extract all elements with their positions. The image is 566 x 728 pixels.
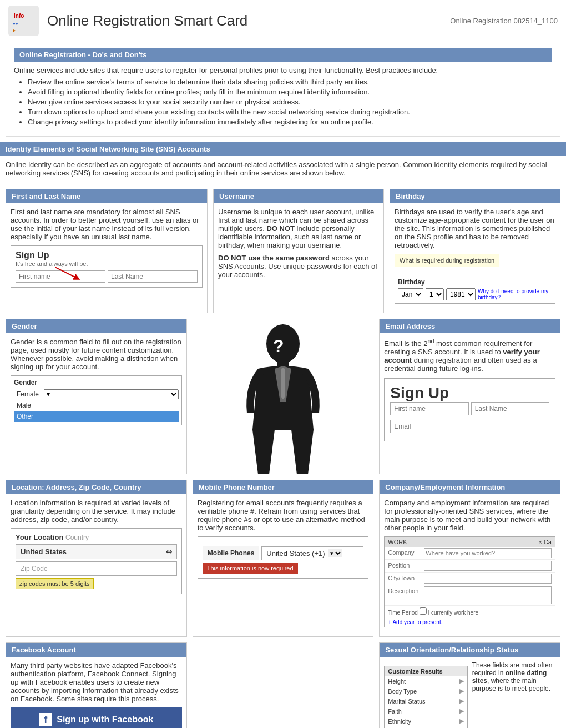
gender-select[interactable]: ▾ (44, 389, 179, 399)
height-arrow[interactable]: ▶ (459, 677, 464, 685)
email-name-fields (390, 402, 549, 418)
signup-box-small: Sign Up It's free and always will be. (11, 245, 203, 288)
city-input[interactable] (424, 574, 552, 584)
username-body2: DO NOT use the same password across your… (218, 254, 379, 279)
mobile-body: Registering for email accounts frequentl… (198, 499, 369, 532)
sns-intro: Online identity can be described as an a… (6, 160, 560, 177)
facebook-signup-button[interactable]: f Sign up with Facebook (11, 707, 182, 728)
company-header: Company/Employment Information (380, 480, 560, 494)
country-dropdown[interactable]: United States ⇔ (16, 544, 177, 559)
faith-arrow[interactable]: ▶ (459, 707, 464, 715)
dos-donts-section: Online Registration - Do's and Don'ts On… (6, 42, 560, 137)
birthday-link[interactable]: Why do I need to provide my birthday? (478, 288, 552, 300)
document-id: Online Registration 082514_1100 (450, 17, 558, 25)
gender-card: Gender Gender is a common field to fill … (6, 319, 187, 474)
location-header: Location: Address, Zip Code, Country (6, 480, 186, 494)
sexual-content: Customize Results Height ▶ Body Type ▶ M… (384, 661, 555, 728)
currently-work-label: I currently work here (428, 610, 478, 616)
mobile-country-value: United States (+1) (266, 549, 325, 558)
list-item: Avoid filling in optional identity field… (28, 88, 552, 96)
birthday-day[interactable]: 1 (426, 288, 444, 300)
body-type-arrow[interactable]: ▶ (459, 687, 464, 695)
work-box: WORK × Ca Company Position City/Town Des… (384, 536, 555, 627)
zip-input[interactable]: Zip Code (16, 561, 177, 576)
center-filler (193, 642, 374, 728)
silhouette-area: ? (193, 319, 374, 474)
work-cancel[interactable]: × Ca (538, 539, 552, 545)
list-item: Review the online service's terms of ser… (28, 78, 552, 86)
company-card: Company/Employment Information Company a… (379, 480, 560, 637)
position-input[interactable] (424, 561, 552, 571)
row3: Location: Address, Zip Code, Country Loc… (6, 480, 560, 637)
email-last-input[interactable] (471, 402, 549, 415)
facebook-header: Facebook Account (6, 643, 186, 657)
faith-label: Faith (388, 708, 401, 715)
city-row: City/Town (385, 573, 555, 585)
country-value: United States (21, 548, 67, 556)
birthday-tooltip: What is required during registration (395, 254, 499, 267)
ethnicity-label: Ethnicity (388, 718, 411, 725)
gender-header: Gender (6, 319, 186, 333)
birthday-year[interactable]: 1981 (446, 288, 476, 300)
ethnicity-row: Ethnicity ▶ (385, 716, 467, 726)
facebook-button-label: Sign up with Facebook (57, 715, 153, 725)
gender-box: Gender Female ▾ Male Other (11, 375, 182, 425)
location-label-row: Your Location Country (16, 533, 177, 541)
birthday-month[interactable]: Jan (398, 288, 423, 300)
svg-text:info: info (14, 13, 24, 19)
page-header: info ●● ▶ Online Registration Smart Card… (0, 0, 566, 42)
gender-male[interactable]: Male (14, 400, 179, 411)
location-body: Location information is required at vari… (11, 499, 182, 524)
zip-warning: zip codes must be 5 digits (16, 578, 94, 589)
mobile-label: Mobile Phones (203, 546, 260, 560)
birthday-label: Birthday (398, 278, 552, 286)
mobile-country-dropdown[interactable]: ▾ (328, 549, 342, 557)
email-card: Email Address Email is the 2nd most comm… (379, 319, 560, 474)
description-input[interactable] (424, 586, 552, 604)
email-input[interactable] (390, 420, 549, 433)
ethnicity-arrow[interactable]: ▶ (459, 717, 464, 725)
gender-female-row: Female ▾ (14, 389, 179, 400)
gender-female[interactable]: Female (14, 389, 42, 400)
username-card: Username Username is unique to each user… (213, 189, 384, 313)
body-type-row: Body Type ▶ (385, 686, 467, 696)
sexual-card: Sexual Orientation/Relationship Status C… (379, 642, 560, 728)
sns-section: Identify Elements of Social Networking S… (6, 142, 560, 183)
birthday-header: Birthday (390, 189, 560, 203)
facebook-body: Many third party websites have adapted F… (11, 661, 182, 703)
sexual-header: Sexual Orientation/Relationship Status (380, 643, 560, 657)
first-last-header: First and Last Name (6, 189, 207, 203)
your-location-label: Your Location (16, 533, 65, 541)
work-label: WORK (388, 539, 407, 545)
email-signup-title: Sign Up (390, 384, 549, 402)
marital-status-label: Marital Status (388, 698, 425, 705)
company-input[interactable] (424, 548, 552, 558)
mobile-country-select[interactable]: United States (+1) ▾ (261, 546, 363, 560)
mobile-card: Mobile Phone Number Registering for emai… (193, 480, 374, 637)
customize-area: Customize Results Height ▶ Body Type ▶ M… (384, 661, 467, 728)
work-header: WORK × Ca (385, 537, 555, 547)
marital-arrow[interactable]: ▶ (459, 697, 464, 705)
birthday-body: Birthdays are used to verify the user's … (395, 208, 555, 249)
marital-status-row: Marital Status ▶ (385, 696, 467, 706)
last-name-input[interactable] (108, 270, 198, 283)
svg-text:●●: ●● (13, 21, 18, 26)
username-header: Username (214, 189, 383, 203)
mobile-row: Mobile Phones United States (+1) ▾ (203, 546, 364, 560)
add-year-link[interactable]: + Add year to present. (385, 617, 555, 627)
signup-sub: It's free and always will be. (16, 260, 198, 267)
gender-label: Gender (14, 379, 179, 386)
email-header: Email Address (380, 319, 560, 333)
row1: First and Last Name First and last name … (6, 189, 560, 313)
gender-other[interactable]: Other (14, 411, 179, 422)
dos-donts-list: Review the online service's terms of ser… (28, 78, 552, 126)
company-label: Company (388, 548, 424, 556)
email-first-input[interactable] (390, 402, 468, 415)
dropdown-arrow-icon: ⇔ (166, 548, 172, 556)
facebook-icon: f (39, 713, 52, 726)
time-label: Time Period (388, 610, 418, 616)
list-item: Change privacy settings to protect your … (28, 118, 552, 126)
currently-work-checkbox[interactable] (420, 607, 427, 615)
description-row: Description (385, 585, 555, 606)
company-row: Company (385, 547, 555, 560)
